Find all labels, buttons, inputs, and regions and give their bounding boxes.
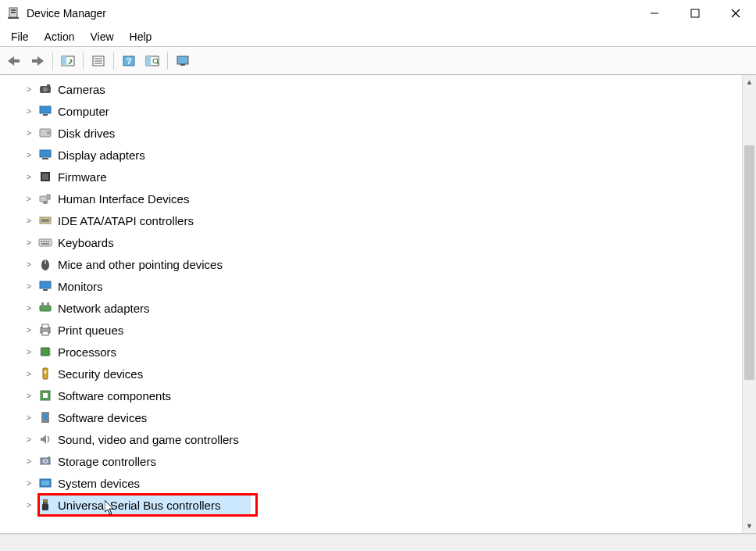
menu-view[interactable]: View [82, 29, 121, 45]
tree-item[interactable]: >Mice and other pointing devices [8, 253, 742, 275]
svg-rect-28 [47, 84, 50, 87]
expander-icon[interactable]: > [23, 391, 34, 400]
tree-item[interactable]: >Universal Serial Bus controllers [8, 494, 742, 516]
maximize-button[interactable] [675, 0, 715, 27]
properties-button[interactable] [87, 50, 109, 72]
scroll-up-arrow[interactable]: ▲ [743, 75, 756, 89]
expander-icon[interactable]: > [23, 500, 34, 510]
svg-rect-42 [41, 219, 49, 222]
svg-rect-2 [11, 12, 16, 13]
svg-rect-78 [46, 500, 48, 502]
tree-item[interactable]: >Network adapters [8, 297, 742, 319]
forward-button[interactable] [27, 50, 48, 72]
show-hide-button[interactable] [57, 50, 79, 72]
tree-item[interactable]: >Sound, video and game controllers [8, 428, 742, 450]
expander-icon[interactable]: > [23, 325, 34, 335]
tree-item[interactable]: >Keyboards [8, 231, 742, 253]
expander-icon[interactable]: > [23, 369, 34, 378]
expander-icon[interactable]: > [23, 303, 34, 313]
tree-item-label: Monitors [58, 280, 103, 293]
close-button[interactable] [715, 0, 756, 27]
menubar: File Action View Help [0, 27, 756, 47]
expander-icon[interactable]: > [23, 259, 34, 269]
monitor-button[interactable] [172, 50, 194, 72]
svg-rect-25 [180, 64, 185, 66]
tree-item[interactable]: >Storage controllers [8, 450, 742, 472]
tree-item[interactable]: >Disk drives [8, 122, 742, 144]
expander-icon[interactable]: > [23, 238, 34, 247]
tree-item[interactable]: >Software components [8, 385, 742, 406]
tree-item[interactable]: >Human Interface Devices [8, 188, 742, 209]
vertical-scrollbar[interactable]: ▲ ▼ [742, 75, 756, 533]
content-area: >Cameras>Computer>Disk drives>Display ad… [0, 75, 756, 534]
svg-rect-54 [41, 302, 44, 306]
svg-rect-39 [46, 194, 51, 200]
toolbar: ? [0, 47, 756, 75]
menu-help[interactable]: Help [122, 29, 160, 45]
tree-item[interactable]: >IDE ATA/ATAPI controllers [8, 209, 742, 231]
firmware-icon [37, 169, 53, 184]
expander-icon[interactable]: > [23, 435, 34, 444]
tree-item[interactable]: >Display adapters [8, 144, 742, 166]
window-title: Device Manager [27, 7, 634, 20]
svg-rect-21 [146, 56, 151, 66]
expander-icon[interactable]: > [23, 84, 34, 94]
usb-icon [37, 497, 53, 513]
back-button[interactable] [3, 50, 25, 72]
tree-item-label: Keyboards [58, 236, 114, 249]
menu-file[interactable]: File [3, 29, 37, 45]
display-icon [37, 147, 53, 163]
expander-icon[interactable]: > [23, 172, 34, 181]
scroll-down-arrow[interactable]: ▼ [743, 519, 756, 533]
svg-rect-59 [41, 348, 49, 356]
device-tree[interactable]: >Cameras>Computer>Disk drives>Display ad… [0, 75, 742, 533]
tree-item-label: Software devices [58, 411, 147, 424]
expander-icon[interactable]: > [23, 216, 34, 225]
svg-point-33 [48, 132, 48, 133]
tree-item[interactable]: >Firmware [8, 166, 742, 188]
toolbar-separator [113, 52, 114, 70]
expander-icon[interactable]: > [23, 478, 34, 488]
expander-icon[interactable]: > [23, 128, 34, 138]
minimize-button[interactable] [634, 0, 675, 27]
cpu-icon [37, 344, 53, 360]
svg-rect-76 [43, 499, 48, 504]
expander-icon[interactable]: > [23, 413, 34, 422]
svg-rect-37 [42, 174, 48, 180]
window-controls [634, 0, 756, 27]
help-button[interactable]: ? [118, 50, 140, 72]
expander-icon[interactable]: > [23, 150, 34, 159]
toolbar-separator [52, 52, 53, 70]
svg-rect-43 [39, 239, 52, 246]
tree-item-label: Network adapters [58, 302, 150, 315]
expander-icon[interactable]: > [23, 347, 34, 356]
svg-rect-48 [41, 243, 49, 245]
svg-rect-29 [40, 106, 51, 113]
mouse-icon [37, 256, 53, 272]
expander-icon[interactable]: > [23, 194, 34, 203]
tree-item[interactable]: >Print queues [8, 319, 742, 341]
scan-hardware-button[interactable] [141, 50, 163, 72]
expander-icon[interactable]: > [23, 281, 34, 291]
expander-icon[interactable]: > [23, 456, 34, 466]
svg-rect-77 [44, 500, 45, 502]
svg-rect-66 [43, 368, 48, 379]
tree-item-label: Security devices [58, 367, 143, 381]
tree-item[interactable]: >Security devices [8, 363, 742, 385]
menu-action[interactable]: Action [37, 29, 83, 45]
printer-icon [37, 322, 53, 338]
svg-point-40 [43, 201, 48, 204]
tree-item[interactable]: >Monitors [8, 275, 742, 297]
svg-rect-46 [45, 241, 47, 242]
tree-item[interactable]: >Cameras [8, 78, 742, 100]
svg-rect-5 [691, 9, 699, 17]
tree-item[interactable]: >System devices [8, 472, 742, 494]
svg-rect-75 [41, 481, 49, 485]
tree-item[interactable]: >Software devices [8, 406, 742, 428]
tree-item[interactable]: >Processors [8, 341, 742, 363]
tree-item-label: Universal Serial Bus controllers [58, 499, 220, 512]
scroll-thumb[interactable] [744, 145, 754, 380]
svg-rect-47 [48, 241, 49, 242]
tree-item[interactable]: >Computer [8, 100, 742, 122]
expander-icon[interactable]: > [23, 106, 34, 116]
